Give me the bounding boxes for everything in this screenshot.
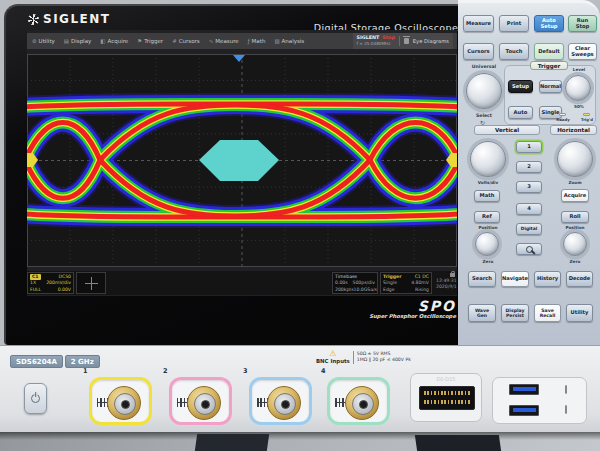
menu-utility[interactable]: ⊚Utility bbox=[32, 38, 55, 44]
menu-bar: ⊚Utility ▤Display ◧Acquire ⚑Trigger #Cur… bbox=[27, 33, 457, 49]
brand-logo: SIGLENT bbox=[28, 12, 111, 26]
bnc-connector-3 bbox=[267, 386, 301, 420]
save-recall-button[interactable]: Save Recall bbox=[534, 304, 561, 322]
acquire-icon: ◧ bbox=[100, 38, 105, 44]
menu-cursors[interactable]: #Cursors bbox=[172, 38, 200, 44]
digital-port-slot bbox=[419, 386, 475, 410]
vertical-position-knob[interactable] bbox=[475, 232, 499, 256]
channel1-descriptor[interactable]: C1DC50 1X200mV/div FULL0.00V bbox=[27, 272, 74, 294]
clear-sweeps-button[interactable]: Clear Sweeps bbox=[568, 43, 597, 60]
fifty-percent-label: 50% bbox=[562, 104, 596, 109]
trigger-descriptor[interactable]: TriggerC1 DC Single4.80mV EdgeRising bbox=[380, 272, 432, 294]
bandwidth-value: FULL bbox=[30, 287, 41, 293]
volts-div-knob[interactable] bbox=[470, 141, 506, 177]
trigger-slope-value: Rising bbox=[415, 287, 429, 293]
acquire-button[interactable]: Acquire bbox=[561, 189, 589, 202]
trigger-level-knob[interactable] bbox=[565, 75, 591, 101]
utility-button[interactable]: Utility bbox=[566, 304, 593, 322]
brand-name: SIGLENT bbox=[43, 12, 111, 26]
bnc-inputs-title: BNC Inputs bbox=[316, 358, 350, 364]
usb-contact-pin bbox=[565, 385, 567, 394]
trigger-type-value: Edge bbox=[383, 287, 395, 293]
bnc-spec-line2: 1MΩ ∥ 20 pF ≤ 400V Pk bbox=[357, 357, 411, 364]
channel-2-button[interactable]: 2 bbox=[516, 161, 542, 173]
menu-math[interactable]: ƒMath bbox=[248, 38, 266, 44]
trigd-led bbox=[583, 113, 590, 116]
cursors-button[interactable]: Cursors bbox=[463, 43, 494, 60]
digital-button[interactable]: Digital bbox=[516, 223, 542, 235]
spo-text: SPO bbox=[364, 300, 456, 313]
bnc-connector-2 bbox=[187, 386, 221, 420]
roll-button[interactable]: Roll bbox=[561, 211, 589, 223]
bnc-channel-3 bbox=[249, 377, 312, 425]
horizontal-position-label: Position bbox=[552, 225, 598, 230]
horizontal-scale-knob[interactable] bbox=[557, 141, 593, 177]
usb-host-area bbox=[492, 377, 587, 424]
channel-2-number: 2 bbox=[163, 367, 168, 375]
crosshair-icon bbox=[85, 277, 98, 290]
horizontal-position-knob[interactable] bbox=[563, 232, 587, 256]
vertical-position-label: Position bbox=[458, 225, 518, 230]
trigger-normal-button[interactable]: Normal bbox=[539, 80, 562, 93]
measure-button[interactable]: Measure bbox=[463, 15, 494, 32]
search-button[interactable]: Search bbox=[468, 271, 496, 287]
acquisition-status-cluster[interactable]: SIGLENT Stop f = 25.0480MHz Eye Diagrams bbox=[353, 33, 453, 49]
math-button[interactable]: Math bbox=[474, 190, 500, 202]
offset-crosshair-box[interactable] bbox=[76, 272, 106, 294]
ready-label: Ready bbox=[553, 117, 573, 122]
touch-button[interactable]: Touch bbox=[499, 43, 529, 60]
usb-port-2 bbox=[509, 405, 539, 416]
ref-button[interactable]: Ref bbox=[474, 211, 500, 223]
warning-icon: ⚠ bbox=[316, 350, 350, 358]
timebase-descriptor[interactable]: Timebase 0.00s500ps/div 200kpts10.0GSa/s bbox=[332, 272, 378, 294]
menu-measure[interactable]: ∿Measure bbox=[209, 38, 239, 44]
horizontal-zoom-label: Zoom bbox=[552, 180, 598, 185]
usb-contact-pin bbox=[565, 405, 567, 414]
lock-icon bbox=[450, 273, 455, 277]
channel-3-button[interactable]: 3 bbox=[516, 181, 542, 193]
math-icon: ƒ bbox=[248, 38, 250, 44]
digital-port-label: D0-D15 bbox=[411, 376, 481, 382]
history-button[interactable]: History bbox=[534, 271, 561, 287]
auto-setup-button[interactable]: Auto Setup bbox=[534, 15, 564, 32]
bnc-channel-4 bbox=[327, 377, 390, 425]
bnc-channel-1 bbox=[89, 377, 152, 425]
menu-acquire[interactable]: ◧Acquire bbox=[100, 38, 128, 44]
stand-foot-right bbox=[415, 435, 501, 451]
magnifier-icon bbox=[526, 246, 533, 253]
channel-1-number: 1 bbox=[83, 367, 88, 375]
menu-trigger[interactable]: ⚑Trigger bbox=[137, 38, 163, 44]
trigger-position-marker[interactable] bbox=[233, 55, 245, 62]
spo-subtitle: Super Phosphor Oscilloscope bbox=[364, 313, 456, 319]
memory-depth-value: 200kpts bbox=[335, 287, 354, 293]
select-label: Select bbox=[458, 113, 510, 118]
zoom-button[interactable] bbox=[516, 243, 542, 255]
eye-diagrams-label[interactable]: Eye Diagrams bbox=[413, 38, 449, 44]
print-button[interactable]: Print bbox=[499, 15, 529, 32]
frequency-counter: f = 25.0480MHz bbox=[357, 41, 395, 47]
vertical-zero-label: Zero bbox=[458, 259, 518, 264]
wave-gen-button[interactable]: Wave Gen bbox=[468, 304, 496, 322]
universal-knob[interactable] bbox=[466, 73, 502, 109]
gear-icon: ⊚ bbox=[32, 38, 37, 44]
menu-analysis[interactable]: ▧Analysis bbox=[274, 38, 304, 44]
analysis-icon: ▧ bbox=[274, 38, 279, 44]
measure-icon: ∿ bbox=[209, 38, 214, 44]
stand-foot-left bbox=[195, 434, 269, 451]
trigger-auto-button[interactable]: Auto bbox=[508, 106, 533, 119]
display-persist-button[interactable]: Display Persist bbox=[501, 304, 529, 322]
clock-box[interactable]: 12:49:31 2020/9/1 bbox=[434, 272, 457, 294]
run-stop-button[interactable]: Run Stop bbox=[568, 15, 597, 32]
default-button[interactable]: Default bbox=[534, 43, 564, 60]
eye-diagram-display bbox=[27, 54, 457, 267]
navigate-button[interactable]: Navigate bbox=[501, 271, 529, 287]
menu-display[interactable]: ▤Display bbox=[64, 38, 91, 44]
channel-1-button[interactable]: 1 bbox=[516, 141, 542, 153]
trash-icon[interactable] bbox=[404, 38, 409, 44]
power-button[interactable] bbox=[24, 383, 47, 414]
level-label: Level bbox=[562, 67, 596, 72]
lcd-screen: ⊚Utility ▤Display ◧Acquire ⚑Trigger #Cur… bbox=[27, 30, 457, 296]
channel-4-button[interactable]: 4 bbox=[516, 203, 542, 215]
trigger-setup-button[interactable]: Setup bbox=[508, 80, 533, 93]
decode-button[interactable]: Decode bbox=[566, 271, 593, 287]
